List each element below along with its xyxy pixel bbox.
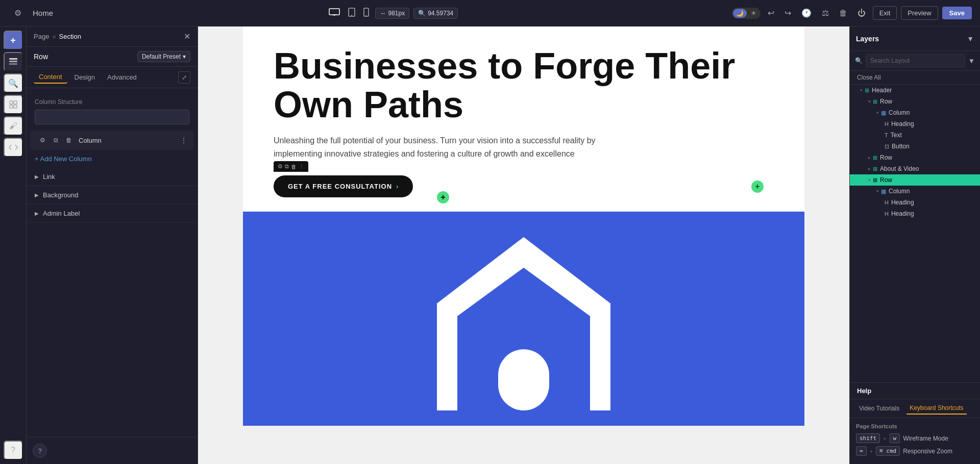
plus-sign: + (883, 435, 886, 442)
tree-label: Column (889, 109, 910, 116)
gear-icon[interactable]: ⚙ (8, 4, 28, 23)
tree-item-col-1[interactable]: ▾ ▦ Column (850, 107, 980, 118)
tree-label: Text (891, 132, 902, 139)
key-w: w (890, 433, 900, 443)
row-header: Row Default Preset ▾ (27, 47, 198, 67)
heading-icon: H (885, 199, 889, 205)
tree-item-col-2[interactable]: ▾ ▦ Column (850, 186, 980, 197)
section-admin-label[interactable]: ▶ Admin Label (27, 204, 198, 223)
undo-btn[interactable]: ↩ (765, 6, 777, 20)
column-select[interactable] (35, 110, 189, 124)
expand-icon: ▾ (868, 177, 871, 183)
tree-label: Heading (891, 210, 914, 217)
panel-close-btn[interactable]: ✕ (184, 32, 190, 41)
tab-advanced[interactable]: Advanced (102, 71, 142, 83)
tab-keyboard-shortcuts[interactable]: Keyboard Shortcuts (906, 402, 966, 415)
add-column-btn[interactable]: + Add New Column (35, 155, 92, 163)
duplicate-tool-icon[interactable]: ⧉ (285, 163, 289, 170)
tab-design[interactable]: Design (69, 71, 100, 83)
column-duplicate-btn[interactable]: ⧉ (50, 135, 61, 146)
preset-badge[interactable]: Default Preset ▾ (137, 51, 190, 62)
brush-icon[interactable]: 🖌 (4, 116, 23, 136)
row-icon: ⊞ (873, 166, 877, 172)
cta-button[interactable]: GET A FREE CONSULTATION › (274, 175, 413, 197)
device-mobile-btn[interactable] (361, 6, 371, 21)
tree-item-heading-3[interactable]: H Heading (850, 208, 980, 219)
house-graphic (243, 212, 804, 426)
add-element-btn[interactable]: + (4, 31, 23, 50)
row-icon: ⊞ (873, 98, 877, 105)
more-tool-icon[interactable]: ⋮ (299, 163, 304, 170)
panel-body: Column Structure ⚙ ⧉ 🗑 Column ⋮ + Add Ne… (27, 88, 198, 437)
exit-button[interactable]: Exit (873, 6, 897, 20)
help-circle-icon[interactable]: ? (33, 444, 47, 458)
layers-icon[interactable] (4, 52, 23, 71)
icon-rail: + 🔍 🖌 ? (0, 27, 27, 464)
column-header-row: ⚙ ⧉ 🗑 Column ⋮ (31, 131, 193, 150)
filter-btn[interactable]: ▼ (968, 57, 975, 65)
expand-btn[interactable]: ⤢ (178, 71, 190, 84)
image-section (243, 212, 804, 426)
grid-icon[interactable] (4, 95, 23, 114)
left-panel: Page » Section ✕ Row Default Preset ▾ Co… (27, 27, 198, 464)
tree-item-row-active[interactable]: ▾ ⊞ Row (850, 174, 980, 186)
tree-label: Button (892, 143, 910, 150)
settings-tool-icon[interactable]: ⚙ (278, 163, 283, 170)
tree-item-header[interactable]: ▾ ⊞ Header (850, 85, 980, 96)
search-icon: 🔍 (855, 57, 863, 64)
button-icon: ⊡ (885, 143, 889, 150)
arrow-icon: ▶ (35, 174, 39, 179)
tab-content[interactable]: Content (34, 71, 67, 84)
hero-title: Businesses to Forge Their Own Paths (274, 47, 774, 124)
row-icon: ⊞ (873, 177, 877, 184)
expand-icon: ▾ (860, 88, 863, 93)
save-button[interactable]: Save (942, 7, 972, 19)
canvas-area: Businesses to Forge Their Own Paths Unle… (198, 27, 849, 464)
device-tablet-btn[interactable] (346, 6, 357, 21)
close-all-btn[interactable]: Close All (850, 71, 980, 85)
tree-item-row-1[interactable]: ▾ ⊞ Row (850, 96, 980, 107)
section-link[interactable]: ▶ Link (27, 168, 198, 186)
add-below-btn[interactable]: + (437, 191, 449, 203)
column-structure-label: Column Structure (27, 93, 198, 108)
wireframe-label: Wireframe Mode (903, 435, 948, 442)
help-icon[interactable]: ? (4, 441, 23, 460)
column-more-btn[interactable]: ⋮ (180, 136, 187, 144)
search-icon[interactable]: 🔍 (4, 73, 23, 93)
expand-icon: ▸ (868, 166, 871, 171)
heading-icon: H (885, 121, 889, 127)
svg-point-6 (366, 15, 367, 16)
column-tools: ⚙ ⧉ 🗑 (37, 135, 75, 146)
tree-label: About & Video (880, 165, 919, 172)
tree-item-heading-1[interactable]: H Heading (850, 118, 980, 130)
col-icon: ▦ (881, 110, 886, 116)
delete-tool-icon[interactable]: 🗑 (291, 164, 297, 170)
theme-toggle[interactable]: 🌙 ☀ (732, 8, 761, 19)
tree-item-heading-2[interactable]: H Heading (850, 197, 980, 208)
tree-item-text[interactable]: T Text (850, 130, 980, 141)
filter-icon-btn[interactable]: ▼ (967, 35, 974, 43)
code-icon[interactable] (4, 138, 23, 157)
column-settings-btn[interactable]: ⚙ (37, 135, 48, 146)
search-layout-input[interactable] (866, 54, 965, 67)
row-icon: ⊞ (873, 154, 877, 161)
redo-btn[interactable]: ↪ (781, 6, 794, 20)
hero-subtitle: Unleashing the full potential of your bu… (274, 134, 631, 160)
device-desktop-btn[interactable] (327, 6, 342, 20)
tree-item-row-2[interactable]: ▸ ⊞ Row (850, 152, 980, 163)
section-background[interactable]: ▶ Background (27, 186, 198, 204)
tab-video-tutorials[interactable]: Video Tutorials (856, 402, 902, 415)
power-btn[interactable]: ⏻ (854, 7, 869, 20)
tree-item-button[interactable]: ⊡ Button (850, 141, 980, 152)
trash-btn[interactable]: 🗑 (836, 7, 850, 20)
history-btn[interactable]: 🕐 (798, 6, 815, 20)
breadcrumb-sep: » (52, 33, 56, 40)
tree-item-about-video[interactable]: ▸ ⊞ About & Video (850, 163, 980, 174)
preview-button[interactable]: Preview (901, 6, 938, 20)
plus-sign: + (870, 448, 873, 454)
add-right-btn[interactable]: + (751, 181, 764, 193)
tree-label: Row (880, 98, 892, 105)
column-delete-btn[interactable]: 🗑 (63, 135, 75, 146)
settings-icon-btn[interactable]: ⚖ (819, 6, 832, 20)
topbar-center: ↔ 981px 🔍 94.59734 (327, 6, 458, 21)
